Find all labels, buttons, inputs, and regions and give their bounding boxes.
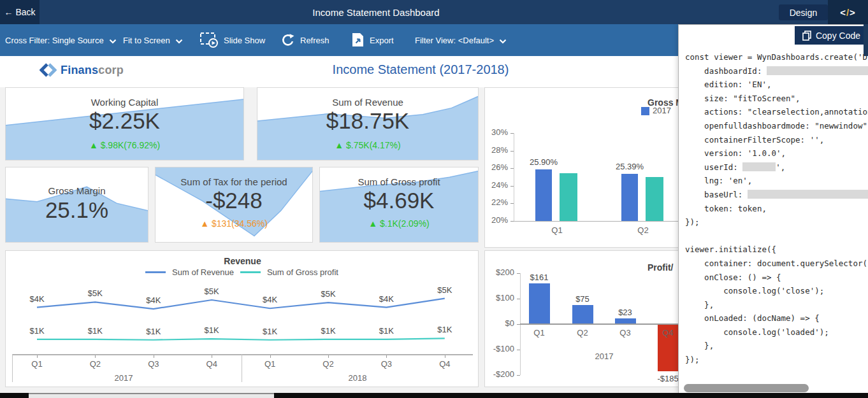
code-line: onLoaded: (docName) => { — [685, 311, 868, 325]
kpi-card-sum-of-tax[interactable]: Sum of Tax for the period -$248 ▲ $131(3… — [155, 167, 313, 243]
point-label: $5K — [429, 285, 461, 295]
kpi-card-sum-of-gross-profit[interactable]: Sum of Gross profit $4.69K ▲ $.1K(2.09%) — [319, 167, 479, 243]
toolbar-item-fit-to-screen[interactable]: Fit to Screen — [123, 24, 183, 56]
toolbar-item-filter-view-default[interactable]: Filter View: <Default> — [415, 24, 507, 56]
kpi-delta: ▲ $131(34.56%) — [156, 218, 312, 229]
kpi-value: -$248 — [156, 188, 312, 213]
toolbar-item-label: Cross Filter: Single Source — [5, 36, 104, 45]
toolbar-item-refresh[interactable]: Refresh — [281, 24, 329, 56]
toolbar-item-label: Refresh — [300, 36, 329, 45]
y-axis-tick-label: -$100 — [486, 344, 514, 353]
bar-label: 25.90% — [524, 157, 563, 167]
year-group-label: 2018 — [307, 373, 409, 383]
refresh-icon — [281, 33, 295, 47]
code-text: edition: 'EN', — [685, 80, 771, 89]
code-line: }); — [685, 215, 868, 229]
x-axis-label: Q4 — [432, 359, 458, 369]
kpi-delta: ▲ $.75K(4.17%) — [257, 140, 478, 150]
toolbar-item-export[interactable]: Export — [351, 24, 394, 56]
horizontal-scrollbar-thumb[interactable] — [684, 384, 809, 392]
point-label: $1K — [370, 326, 402, 336]
chevron-down-icon — [499, 39, 507, 44]
code-line: }); — [685, 353, 868, 367]
bar-Q2[interactable] — [572, 305, 593, 324]
kpi-label: Sum of Revenue — [257, 97, 478, 108]
bar-Q1[interactable] — [529, 283, 550, 324]
code-text: baseUrl: — [685, 190, 748, 199]
copy-code-label: Copy Code — [816, 31, 860, 41]
chart-title: Profit/ — [647, 262, 673, 273]
code-text: userId: — [685, 162, 742, 172]
code-line — [685, 229, 868, 243]
code-line: const viewer = WynDashboards.create('D — [685, 50, 868, 64]
legend-label: 2017 — [653, 106, 671, 115]
bar-2018-Q1[interactable] — [560, 173, 577, 221]
code-text: viewer.initialize({ — [685, 245, 776, 254]
x-axis-label: Q1 — [544, 225, 570, 235]
y-axis-tick — [517, 375, 520, 376]
bar-2017-Q2[interactable] — [621, 174, 638, 221]
point-label: $4K — [138, 295, 170, 305]
code-text: ', — [776, 162, 785, 172]
y-axis-tick-label: 24% — [485, 180, 508, 190]
code-toggle-button[interactable]: </> — [828, 0, 868, 24]
point-label: $4K — [254, 295, 286, 304]
copy-code-button[interactable]: Copy Code — [795, 26, 868, 45]
bar-2017-Q1[interactable] — [535, 169, 552, 221]
toolbar-item-slide-show[interactable]: Slide Show — [199, 24, 265, 56]
code-text: onLoaded: (docName) => { — [685, 313, 820, 323]
code-text: }); — [685, 355, 700, 364]
x-axis-label: Q3 — [612, 328, 638, 338]
kpi-delta: ▲ $.98K(76.92%) — [6, 140, 243, 150]
code-line: baseUrl: — [685, 188, 868, 202]
x-axis-tick — [328, 355, 329, 358]
year-divider — [242, 354, 242, 382]
code-text: onClose: () => { — [685, 273, 781, 282]
kpi-label: Sum of Gross profit — [320, 176, 478, 187]
embed-code-text: const viewer = WynDashboards.create('D d… — [685, 50, 868, 367]
legend-swatch-2017 — [641, 107, 649, 115]
revenue-line-chart[interactable]: RevenueSum of RevenueSum of Gross profit… — [5, 250, 479, 387]
chevron-down-icon — [175, 39, 183, 44]
code-line: openfulldashboardmode: "newwindow", — [685, 119, 868, 133]
code-line: edition: 'EN', — [685, 78, 868, 92]
code-line: size: "fitToScreen", — [685, 92, 868, 106]
kpi-value: $2.25K — [6, 109, 243, 133]
toolbar-item-label: Filter View: <Default> — [415, 36, 494, 45]
code-text: console.log('close'); — [685, 286, 824, 295]
bar-2018-Q2[interactable] — [646, 177, 663, 221]
code-text: token: token, — [685, 204, 767, 213]
design-button[interactable]: Design — [779, 4, 828, 20]
kpi-card-gross-margin[interactable]: Gross Margin 25.1% — [5, 167, 148, 243]
x-axis-tick — [95, 355, 96, 358]
kpi-card-sum-of-revenue[interactable]: Sum of Revenue $18.75K ▲ $.75K(4.17%) — [257, 87, 479, 160]
kpi-label: Gross Margin — [6, 185, 148, 196]
code-text: containerFilterScope: '', — [685, 135, 824, 145]
x-axis-label: Q2 — [315, 359, 341, 369]
x-axis-tick — [386, 355, 387, 358]
kpi-value: 25.1% — [6, 198, 148, 222]
point-label: $1K — [429, 325, 461, 334]
toolbar-item-label: Fit to Screen — [123, 36, 170, 45]
toolbar-item-cross-filter-single-source[interactable]: Cross Filter: Single Source — [5, 24, 117, 56]
code-line: token: token, — [685, 202, 868, 216]
code-line: actions: "clearselection,annotation — [685, 105, 868, 119]
bottom-edge-light-segment — [29, 393, 274, 398]
kpi-card-working-capital[interactable]: Working Capital $2.25K ▲ $.98K(76.92%) — [5, 87, 244, 160]
x-axis-label: Q1 — [24, 359, 50, 369]
code-text: const viewer = WynDashboards.create('D — [685, 52, 867, 62]
y-axis-tick-label: $0 — [486, 318, 514, 328]
y-axis-tick-label: 20% — [485, 215, 508, 225]
x-axis-tick — [445, 355, 445, 358]
code-text: console.log('loaded'); — [685, 327, 829, 337]
redacted-value — [767, 66, 868, 75]
x-axis-tick — [37, 355, 38, 358]
bar-label: $75 — [563, 294, 602, 304]
kpi-label: Working Capital — [6, 97, 243, 108]
code-line: lng: 'en', — [685, 174, 868, 188]
code-text: size: "fitToScreen", — [685, 94, 800, 103]
x-axis-label: Q2 — [570, 328, 595, 338]
code-line: onClose: () => { — [685, 271, 868, 285]
code-line: }, — [685, 298, 868, 312]
code-text: }, — [685, 300, 714, 309]
